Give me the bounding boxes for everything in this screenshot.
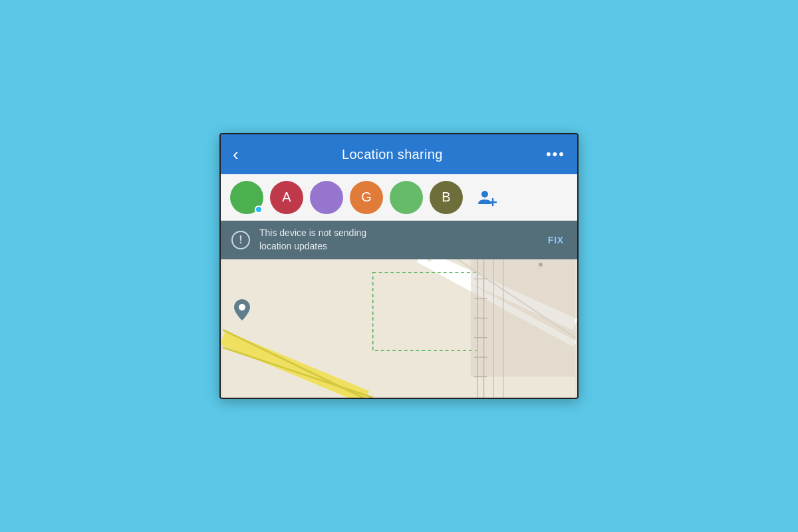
avatars-row: A G B xyxy=(221,174,577,221)
add-person-button[interactable] xyxy=(469,181,503,214)
warning-icon: ! xyxy=(231,231,250,249)
warning-banner: ! This device is not sending location up… xyxy=(221,221,577,259)
avatar-b[interactable]: B xyxy=(430,181,463,214)
more-button[interactable]: ••• xyxy=(546,146,565,163)
map-pin xyxy=(234,299,250,325)
avatar-g-label: G xyxy=(361,190,372,205)
avatar-a[interactable]: A xyxy=(270,181,303,214)
fix-button[interactable]: FIX xyxy=(545,232,567,248)
header-title: Location sharing xyxy=(342,147,443,162)
map-svg xyxy=(221,259,577,398)
back-button[interactable]: ‹ xyxy=(233,146,239,163)
phone-card: ‹ Location sharing ••• A G B xyxy=(219,133,579,399)
warning-text: This device is not sending location upda… xyxy=(259,227,545,253)
avatar-self[interactable] xyxy=(230,181,263,214)
avatar-g[interactable]: G xyxy=(350,181,383,214)
map-area[interactable] xyxy=(221,259,577,398)
avatar-a-label: A xyxy=(282,190,291,205)
avatar-purple[interactable] xyxy=(310,181,343,214)
header: ‹ Location sharing ••• xyxy=(221,134,577,174)
avatar-b-label: B xyxy=(442,190,450,205)
avatar-green2[interactable] xyxy=(390,181,423,214)
add-person-icon xyxy=(475,187,497,208)
svg-point-23 xyxy=(539,263,543,267)
svg-point-0 xyxy=(481,191,488,198)
svg-point-24 xyxy=(239,304,245,311)
exclamation-icon: ! xyxy=(239,235,242,245)
avatar-online-dot xyxy=(255,205,263,213)
